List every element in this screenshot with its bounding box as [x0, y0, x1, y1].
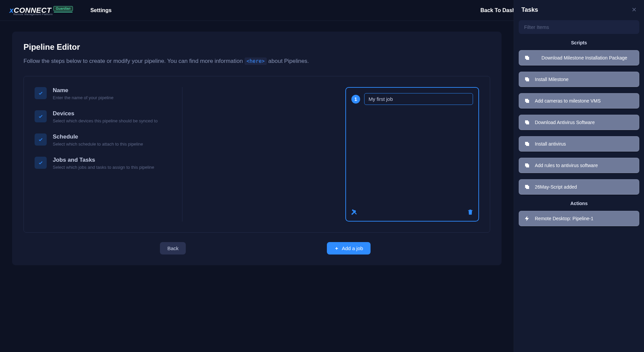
task-item-script[interactable]: 26May-Script added	[519, 179, 639, 195]
step-name[interactable]: Name Enter the name of your pipeline	[35, 87, 172, 100]
brand-subtitle: Remote Management Platform	[13, 13, 53, 16]
step-jobs-tasks[interactable]: Jobs and Tasks Select which jobs and tas…	[35, 157, 172, 170]
here-link[interactable]: <here>	[245, 57, 267, 65]
page-title: Pipeline Editor	[24, 42, 490, 52]
step-desc: Select which devices this pipeline shoul…	[53, 118, 158, 123]
step-title: Jobs and Tasks	[53, 157, 154, 163]
steps-list: Name Enter the name of your pipeline Dev…	[35, 87, 182, 222]
step-desc: Select which jobs and tasks to assign to…	[53, 165, 154, 170]
job-name-input[interactable]	[364, 93, 473, 105]
editor-card: Pipeline Editor Follow the steps below t…	[12, 32, 502, 265]
brand-x: x	[9, 6, 14, 14]
step-title: Name	[53, 87, 114, 94]
wizard-actions: Back Add a job	[24, 242, 490, 255]
task-item-script[interactable]: Download Milestone Installation Package	[519, 50, 639, 66]
check-icon	[35, 133, 47, 146]
check-icon	[35, 87, 47, 99]
task-item-script[interactable]: Add rules to antivirus software	[519, 158, 639, 173]
step-desc: Select which schedule to attach to this …	[53, 142, 143, 147]
brand-badge: Guardian	[53, 6, 73, 11]
actions-section-label: Actions	[519, 201, 639, 206]
nav-settings[interactable]: Settings	[90, 7, 112, 13]
trash-icon[interactable]	[467, 209, 474, 217]
step-title: Devices	[53, 110, 158, 117]
check-icon	[35, 157, 47, 169]
tasks-panel: Tasks ✕ Scripts Download Milestone Insta…	[514, 0, 644, 352]
step-desc: Enter the name of your pipeline	[53, 95, 114, 100]
page-description: Follow the steps below to create or modi…	[24, 58, 490, 65]
step-title: Schedule	[53, 133, 143, 140]
task-item-script[interactable]: Download Antivirus Software	[519, 115, 639, 130]
add-job-label: Add a job	[342, 245, 363, 251]
job-card[interactable]: 1	[345, 87, 479, 222]
task-item-script[interactable]: Add cameras to milestone VMS	[519, 93, 639, 109]
scripts-section-label: Scripts	[519, 40, 639, 45]
check-icon	[35, 110, 47, 122]
back-button[interactable]: Back	[160, 242, 186, 255]
add-job-button[interactable]: Add a job	[327, 242, 370, 255]
task-item-action[interactable]: Remote Desktop: Pipeline-1	[519, 211, 639, 226]
filter-input[interactable]	[519, 20, 639, 34]
job-number-badge: 1	[351, 95, 360, 104]
main-content: Pipeline Editor Follow the steps below t…	[0, 21, 514, 276]
job-area: 1	[182, 87, 479, 222]
tasks-panel-title: Tasks	[521, 6, 538, 13]
tools-icon[interactable]	[351, 209, 357, 217]
wizard-container: Name Enter the name of your pipeline Dev…	[24, 76, 490, 233]
task-item-script[interactable]: Install antivirus	[519, 136, 639, 152]
task-item-script[interactable]: Install Milestone	[519, 72, 639, 87]
step-devices[interactable]: Devices Select which devices this pipeli…	[35, 110, 172, 123]
step-schedule[interactable]: Schedule Select which schedule to attach…	[35, 133, 172, 147]
close-icon[interactable]: ✕	[632, 6, 637, 13]
